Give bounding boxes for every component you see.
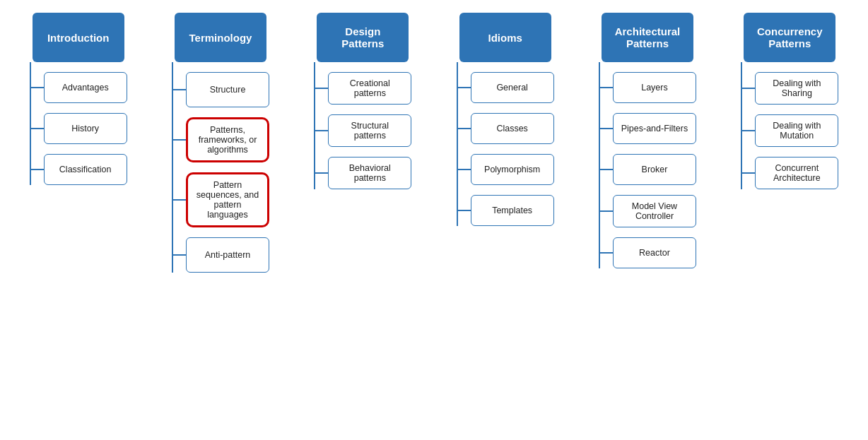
child-row-structure: Structure [173,72,269,107]
child-row-classes: Classes [458,113,554,144]
child-row-general: General [458,72,554,103]
child-row-history: History [31,113,127,144]
child-row-broker: Broker [600,154,696,185]
child-box-general[interactable]: General [471,72,554,103]
header-design-patterns: Design Patterns [317,13,409,62]
header-concurrency-patterns: Concurrency Patterns [744,13,835,62]
child-row-templates: Templates [458,195,554,226]
child-box-templates[interactable]: Templates [471,195,554,226]
child-row-anti-pattern: Anti-pattern [173,237,269,273]
child-row-pattern-sequences: Pattern sequences, and pattern languages [173,172,269,227]
child-box-dealing-mutation[interactable]: Dealing with Mutation [755,114,838,147]
child-box-creational[interactable]: Creational patterns [328,72,411,105]
column-design-patterns: Design PatternsCreational patternsStruct… [292,13,434,189]
child-box-reactor[interactable]: Reactor [613,237,696,268]
child-box-behavioral[interactable]: Behavioral patterns [328,157,411,189]
child-box-history[interactable]: History [44,113,127,144]
child-box-polymorphism[interactable]: Polymorphism [471,154,554,185]
child-box-pipes-and-filters[interactable]: Pipes-and-Filters [613,113,696,144]
child-row-dealing-mutation: Dealing with Mutation [742,114,838,147]
column-introduction: IntroductionAdvantagesHistoryClassificat… [7,13,149,185]
column-idioms: IdiomsGeneralClassesPolymorphismTemplate… [434,13,576,226]
child-row-model-view-controller: Model View Controller [600,195,696,227]
child-row-structural: Structural patterns [315,114,411,147]
header-architectural-patterns: Architectural Patterns [602,13,693,62]
child-box-layers[interactable]: Layers [613,72,696,103]
child-box-advantages[interactable]: Advantages [44,72,127,103]
child-box-concurrent-architecture[interactable]: Concurrent Architecture [755,157,838,189]
header-idioms: Idioms [459,13,551,62]
child-row-behavioral: Behavioral patterns [315,157,411,189]
child-box-structural[interactable]: Structural patterns [328,114,411,147]
child-row-concurrent-architecture: Concurrent Architecture [742,157,838,189]
column-architectural-patterns: Architectural PatternsLayersPipes-and-Fi… [576,13,718,268]
child-row-pipes-and-filters: Pipes-and-Filters [600,113,696,144]
child-row-creational: Creational patterns [315,72,411,105]
child-row-dealing-sharing: Dealing with Sharing [742,72,838,105]
child-row-polymorphism: Polymorphism [458,154,554,185]
child-box-classes[interactable]: Classes [471,113,554,144]
header-terminology: Terminology [175,13,266,62]
child-box-broker[interactable]: Broker [613,154,696,185]
child-box-model-view-controller[interactable]: Model View Controller [613,195,696,227]
child-row-reactor: Reactor [600,237,696,268]
child-box-patterns-frameworks[interactable]: Patterns, frameworks, or algorithms [186,117,269,162]
child-row-layers: Layers [600,72,696,103]
column-terminology: TerminologyStructurePatterns, frameworks… [149,13,291,273]
child-row-patterns-frameworks: Patterns, frameworks, or algorithms [173,117,269,162]
child-row-classification: Classification [31,154,127,185]
child-box-structure[interactable]: Structure [186,72,269,107]
child-box-dealing-sharing[interactable]: Dealing with Sharing [755,72,838,105]
child-box-pattern-sequences[interactable]: Pattern sequences, and pattern languages [186,172,269,227]
child-box-classification[interactable]: Classification [44,154,127,185]
column-concurrency-patterns: Concurrency PatternsDealing with Sharing… [719,13,861,189]
header-introduction: Introduction [33,13,124,62]
child-row-advantages: Advantages [31,72,127,103]
main-diagram: IntroductionAdvantagesHistoryClassificat… [0,0,868,285]
child-box-anti-pattern[interactable]: Anti-pattern [186,237,269,273]
